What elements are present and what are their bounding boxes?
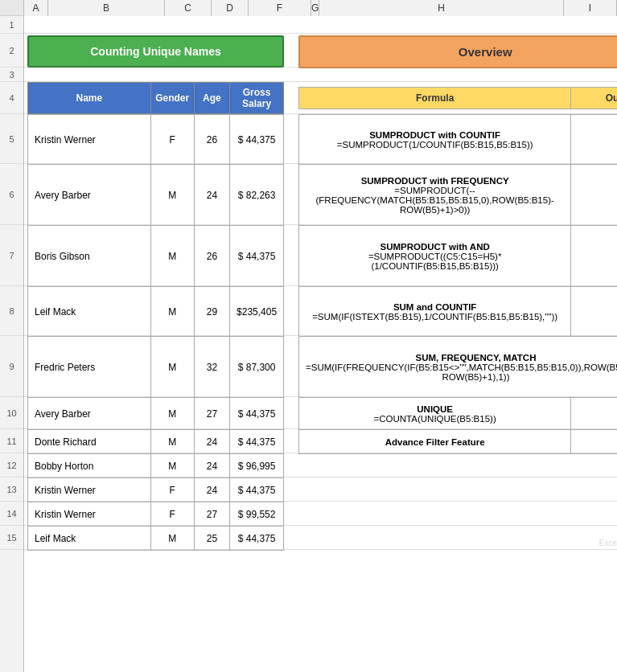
output-cell-2: 7	[571, 165, 617, 226]
row-num-3: 3	[0, 68, 23, 82]
formula-cell-7: Advance Filter Feature	[299, 430, 571, 454]
cell-age-13: 24	[194, 478, 230, 502]
col-header-D: D	[212, 0, 249, 16]
cell-salary-12: $ 96,995	[230, 454, 284, 478]
data-row-12: Bobby Horton M 24 $ 96,995	[24, 453, 617, 477]
cell-salary-8: $235,405	[230, 287, 284, 337]
col-labels: A B C D F G H I	[24, 0, 617, 15]
left-row-9: Fredric Peters M 32 $ 87,300	[24, 336, 287, 396]
cell-name-5: Kristin Werner	[28, 115, 151, 165]
row-num-1: 1	[0, 16, 23, 34]
row-num-11: 11	[0, 429, 23, 453]
cell-name-14: Kristin Werner	[28, 502, 151, 527]
spacer-G	[287, 34, 295, 67]
cell-age-14: 27	[194, 502, 230, 527]
output-cell-7: 7	[571, 430, 617, 454]
col-header-H: H	[319, 0, 564, 16]
formula-code-6: =COUNTA(UNIQUE(B5:B15))	[306, 414, 564, 424]
cell-salary-6: $ 82,263	[230, 165, 284, 226]
left-data-row-9-table: Fredric Peters M 32 $ 87,300	[27, 336, 284, 398]
right-row-7: SUMPRODUCT with AND =SUMPRODUCT((C5:C15=…	[295, 225, 617, 285]
cell-age-15: 25	[194, 527, 230, 551]
left-table-headers-cell: Name Gender Age GrossSalary	[24, 82, 287, 113]
th-salary: GrossSalary	[230, 82, 284, 113]
cell-name-13: Kristin Werner	[28, 478, 151, 502]
left-data-row-10-table: Avery Barber M 27 $ 44,375	[27, 397, 284, 430]
col-header-C: C	[165, 0, 212, 16]
left-row-5: Kristin Werner F 26 $ 44,375	[24, 114, 287, 163]
title-counting-unique-names: Counting Unique Names	[27, 35, 284, 68]
left-row-14: Kristin Werner F 27 $ 99,552	[24, 502, 287, 525]
left-row-15: Leif Mack M 25 $ 44,375	[24, 526, 287, 549]
left-data-row-15-table: Leif Mack M 25 $ 44,375	[27, 526, 284, 551]
right-data-row-9-table: SUM, FREQUENCY, MATCH =SUM(IF(FREQUENCY(…	[298, 336, 617, 398]
cell-gender-10: M	[150, 398, 194, 430]
cell-age-10: 27	[194, 398, 230, 430]
left-data-row-6-table: Avery Barber M 24 $ 82,263	[27, 164, 284, 226]
cell-salary-10: $ 44,375	[230, 398, 284, 430]
right-row-10: UNIQUE =COUNTA(UNIQUE(B5:B15)) 7	[295, 397, 617, 428]
data-row-6: Avery Barber M 24 $ 82,263	[24, 164, 617, 225]
formula-name-6: UNIQUE	[306, 404, 564, 414]
right-data-row-8-table: SUM and COUNTIF =SUM(IF(ISTEXT(B5:B15),1…	[298, 286, 617, 337]
cell-age-6: 24	[194, 165, 230, 226]
title-right-cell: Overview	[295, 34, 617, 67]
cell-name-8: Leif Mack	[28, 287, 151, 337]
output-cell-3: 6	[571, 226, 617, 287]
data-row-9: Fredric Peters M 32 $ 87,300	[24, 336, 617, 397]
spacer	[287, 164, 295, 224]
spacer-col	[287, 82, 295, 113]
right-row-8: SUM and COUNTIF =SUM(IF(ISTEXT(B5:B15),1…	[295, 286, 617, 335]
right-row-14-empty	[295, 502, 617, 525]
right-table-headers-cell: Formula Output	[295, 82, 617, 113]
right-row-13-empty	[295, 477, 617, 501]
formula-code-2: =SUMPRODUCT(--(FREQUENCY(MATCH(B5:B15,B5…	[306, 186, 564, 215]
formula-cell-4: SUM and COUNTIF =SUM(IF(ISTEXT(B5:B15),1…	[299, 287, 571, 337]
cell-gender-6: M	[150, 165, 194, 226]
left-row-12: Bobby Horton M 24 $ 96,995	[24, 453, 287, 477]
col-header-B: B	[48, 0, 165, 16]
spacer	[287, 225, 295, 285]
right-table-header: Formula Output	[298, 87, 617, 109]
row-num-15: 15	[0, 526, 23, 550]
th-name: Name	[28, 82, 151, 113]
left-row-10: Avery Barber M 27 $ 44,375	[24, 397, 287, 428]
cell-salary-7: $ 44,375	[230, 226, 284, 287]
title-left-cell: Counting Unique Names	[24, 34, 287, 67]
cell-age-8: 29	[194, 287, 230, 337]
left-row-6: Avery Barber M 24 $ 82,263	[24, 164, 287, 224]
data-row-8: Leif Mack M 29 $235,405	[24, 286, 617, 336]
col-header-I: I	[564, 0, 617, 16]
cell-salary-13: $ 44,375	[230, 478, 284, 502]
row-num-5: 5	[0, 114, 23, 164]
right-row-15-empty: ExcelDemy DATA·BI	[295, 526, 617, 549]
cell-gender-7: M	[150, 226, 194, 287]
cell-age-11: 24	[194, 430, 230, 454]
cell-salary-14: $ 99,552	[230, 502, 284, 527]
spacer	[287, 429, 295, 453]
right-row-6: SUMPRODUCT with FREQUENCY =SUMPRODUCT(--…	[295, 164, 617, 224]
cell-salary-11: $ 44,375	[230, 430, 284, 454]
right-data-row-7-table: SUMPRODUCT with AND =SUMPRODUCT((C5:C15=…	[298, 225, 617, 287]
cell-name-15: Leif Mack	[28, 527, 151, 551]
formula-cell-1: SUMPRODUCT with COUNTIF =SUMPRODUCT(1/CO…	[299, 115, 571, 165]
left-data-row-12-table: Bobby Horton M 24 $ 96,995	[27, 453, 284, 478]
left-data-row-13-table: Kristin Werner F 24 $ 44,375	[27, 477, 284, 502]
cell-gender-14: F	[150, 502, 194, 527]
col-header-A: A	[24, 0, 48, 16]
cell-gender-11: M	[150, 430, 194, 454]
formula-code-5: =SUM(IF(FREQUENCY(IF(B5:B15<>"",MATCH(B5…	[306, 363, 617, 382]
row-num-6: 6	[0, 164, 23, 225]
cell-gender-8: M	[150, 287, 194, 337]
left-row-7: Boris Gibson M 26 $ 44,375	[24, 225, 287, 285]
th-age: Age	[194, 82, 230, 113]
cell-age-12: 24	[194, 454, 230, 478]
th-gender: Gender	[150, 82, 194, 113]
left-row-13: Kristin Werner F 24 $ 44,375	[24, 477, 287, 501]
formula-cell-2: SUMPRODUCT with FREQUENCY =SUMPRODUCT(--…	[299, 165, 571, 226]
data-row-10: Avery Barber M 27 $ 44,375	[24, 397, 617, 429]
left-data-row-7-table: Boris Gibson M 26 $ 44,375	[27, 225, 284, 287]
cell-age-9: 32	[194, 337, 230, 398]
cell-name-7: Boris Gibson	[28, 226, 151, 287]
formula-name-3: SUMPRODUCT with AND	[306, 242, 564, 252]
